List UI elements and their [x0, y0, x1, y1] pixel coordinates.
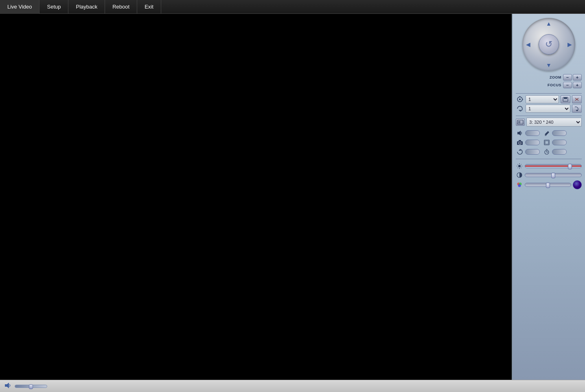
preset-icon [516, 95, 524, 103]
ptz-down-button[interactable]: ▼ [545, 61, 553, 69]
focus-label: FOCUS [548, 83, 561, 87]
contrast-slider-thumb[interactable] [551, 173, 555, 178]
color-slider-thumb[interactable] [546, 182, 550, 188]
zoom-minus-button[interactable]: − [563, 74, 572, 81]
nav-bar: Live Video Setup Playback Reboot Exit [0, 0, 585, 14]
pencil-icon [543, 129, 551, 137]
svg-rect-5 [564, 97, 567, 99]
audio-toggle[interactable] [525, 130, 540, 136]
resolution-icon [516, 118, 525, 126]
brightness-row [516, 162, 582, 170]
brightness-slider-fill [525, 166, 581, 166]
preset-select[interactable]: 1 2 3 [526, 95, 559, 103]
brightness-slider-thumb[interactable] [568, 164, 572, 169]
contrast-slider[interactable] [525, 173, 582, 177]
divider-2 [516, 116, 582, 116]
ptz-wheel: ▲ ▼ ◀ ▶ ↺ [522, 18, 575, 71]
svg-point-1 [519, 99, 521, 100]
rotate-toggle[interactable] [525, 149, 540, 155]
color-slider[interactable] [525, 183, 571, 187]
contrast-icon [516, 171, 523, 179]
timer-toggle[interactable] [552, 149, 567, 155]
svg-marker-37 [5, 383, 9, 388]
svg-marker-12 [517, 131, 521, 136]
svg-line-32 [517, 168, 518, 169]
resolution-row: 3: 320 * 240 2: 640 * 480 1: 1280 * 960 [516, 118, 582, 127]
nav-live-video[interactable]: Live Video [0, 0, 39, 14]
zoom-label: ZOOM [550, 75, 561, 79]
focus-row: FOCUS − + [516, 82, 582, 88]
volume-slider[interactable] [15, 385, 47, 388]
svg-rect-16 [519, 140, 521, 141]
nav-playback[interactable]: Playback [68, 0, 105, 14]
color-row [516, 180, 582, 189]
pencil-toggle[interactable] [552, 130, 567, 136]
tour-start-button[interactable] [572, 105, 582, 113]
ptz-center-button[interactable]: ↺ [539, 34, 559, 55]
brightness-slider[interactable] [525, 164, 582, 168]
image-adjustment-section [516, 162, 582, 191]
cam-ctrl-row-3 [516, 148, 582, 156]
camera-icon [516, 138, 524, 147]
tour-select[interactable]: 1 2 3 [526, 105, 570, 113]
frame-icon [543, 138, 551, 147]
focus-minus-button[interactable]: − [563, 82, 572, 88]
rotate-icon [516, 148, 524, 156]
main-area: ▲ ▼ ◀ ▶ ↺ ZOOM − + FOCUS − + [0, 14, 585, 380]
nav-exit[interactable]: Exit [137, 0, 161, 14]
nav-reboot[interactable]: Reboot [105, 0, 137, 14]
ptz-control: ▲ ▼ ◀ ▶ ↺ [522, 18, 575, 71]
tour-icon [516, 105, 524, 113]
preset-delete-button[interactable] [572, 95, 582, 103]
volume-icon[interactable] [4, 382, 11, 391]
volume-slider-thumb[interactable] [29, 384, 33, 389]
zoom-plus-button[interactable]: + [573, 74, 582, 81]
preset-save-button[interactable] [561, 95, 570, 103]
preset-row: 1 2 3 [516, 95, 582, 103]
cam-ctrl-row-2 [516, 138, 582, 147]
ptz-up-button[interactable]: ▲ [545, 20, 553, 28]
divider-1 [516, 93, 582, 94]
frame-toggle[interactable] [552, 140, 567, 145]
svg-line-31 [521, 164, 522, 165]
right-panel: ▲ ▼ ◀ ▶ ↺ ZOOM − + FOCUS − + [512, 14, 585, 380]
zoom-focus-area: ZOOM − + FOCUS − + [516, 74, 582, 88]
refresh-icon: ↺ [545, 39, 552, 50]
ptz-right-button[interactable]: ▶ [565, 40, 574, 48]
camera-toggle[interactable] [525, 140, 540, 145]
timer-icon [543, 148, 551, 156]
audio-icon [516, 129, 524, 137]
svg-point-36 [518, 184, 521, 187]
svg-rect-11 [518, 121, 520, 123]
svg-line-29 [517, 164, 518, 165]
tour-row: 1 2 3 [516, 105, 582, 113]
svg-line-30 [521, 168, 522, 169]
focus-plus-button[interactable]: + [573, 82, 582, 88]
ptz-left-button[interactable]: ◀ [524, 40, 532, 48]
svg-rect-18 [545, 141, 548, 144]
divider-3 [516, 159, 582, 159]
brightness-icon [516, 162, 523, 170]
color-picker-button[interactable] [573, 180, 582, 189]
resolution-select[interactable]: 3: 320 * 240 2: 640 * 480 1: 1280 * 960 [526, 118, 582, 127]
bottom-bar [0, 380, 585, 392]
cam-ctrl-row-1 [516, 129, 582, 137]
video-feed [0, 14, 512, 380]
color-adjust-icon [516, 181, 523, 188]
nav-setup[interactable]: Setup [39, 0, 68, 14]
contrast-row [516, 171, 582, 179]
zoom-row: ZOOM − + [516, 74, 582, 81]
svg-point-24 [518, 165, 521, 167]
